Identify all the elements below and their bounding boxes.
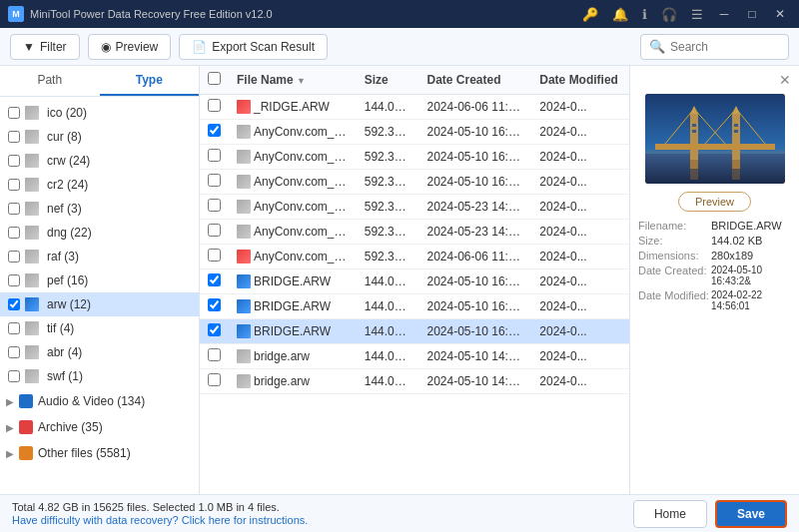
file-type-icon-8 <box>25 297 39 311</box>
file-type-item-2[interactable]: crw (24) <box>0 149 199 173</box>
file-type-label-1: cur (8) <box>47 130 82 144</box>
file-type-checkbox-5[interactable] <box>8 227 20 239</box>
row-checkbox-0[interactable] <box>208 99 221 112</box>
tab-path[interactable]: Path <box>0 66 100 96</box>
row-checkbox-4[interactable] <box>208 199 221 212</box>
preview-action-button[interactable]: Preview <box>678 192 751 212</box>
header-date-created[interactable]: Date Created <box>418 66 531 95</box>
table-row-3[interactable]: AnyConv.com__be... 592.38 KB 2024-05-10 … <box>200 170 629 195</box>
row-filename-4: AnyConv.com__be... <box>229 195 357 220</box>
file-type-item-0[interactable]: ico (20) <box>0 101 199 125</box>
file-type-item-11[interactable]: swf (1) <box>0 364 199 388</box>
menu-icon[interactable]: ☰ <box>687 5 707 24</box>
table-row-1[interactable]: AnyConv.com__be... 592.38 KB 2024-05-10 … <box>200 120 629 145</box>
row-checkbox-6[interactable] <box>208 249 221 262</box>
file-type-item-10[interactable]: abr (4) <box>0 340 199 364</box>
table-row-0[interactable]: _RIDGE.ARW 144.02 KB 2024-06-06 11:49:10… <box>200 95 629 120</box>
file-type-item-6[interactable]: raf (3) <box>0 245 199 268</box>
folder-item-1[interactable]: ▶ Archive (35) <box>0 414 199 440</box>
svg-rect-11 <box>692 124 696 127</box>
file-type-item-1[interactable]: cur (8) <box>0 125 199 149</box>
preview-button[interactable]: ◉ Preview <box>88 34 172 60</box>
row-checkbox-7[interactable] <box>208 273 221 286</box>
table-row-6[interactable]: AnyConv.com__be... 592.38 KB 2024-06-06 … <box>200 245 629 269</box>
row-file-icon-9 <box>237 324 251 338</box>
row-checkbox-8[interactable] <box>208 298 221 311</box>
home-button[interactable]: Home <box>633 500 707 528</box>
row-checkbox-11[interactable] <box>208 373 221 386</box>
file-type-checkbox-0[interactable] <box>8 107 20 119</box>
file-type-item-3[interactable]: cr2 (24) <box>0 173 199 197</box>
help-link[interactable]: Have difficulty with data recovery? Clic… <box>12 514 308 526</box>
file-table-scroll[interactable]: File Name ▼ Size Date Created Date Modif… <box>200 66 629 494</box>
status-total-text: Total 4.82 GB in 15625 files. Selected 1… <box>12 501 308 513</box>
file-type-checkbox-9[interactable] <box>8 322 20 334</box>
file-type-label-10: abr (4) <box>47 345 82 359</box>
folder-item-0[interactable]: ▶ Audio & Video (134) <box>0 388 199 414</box>
row-filename-3: AnyConv.com__be... <box>229 170 357 195</box>
row-date-modified-10: 2024-0... <box>531 344 629 369</box>
row-size-11: 144.02 KB <box>357 369 419 394</box>
file-type-label-8: arw (12) <box>47 297 91 311</box>
status-bar: Total 4.82 GB in 15625 files. Selected 1… <box>0 494 799 532</box>
table-row-10[interactable]: bridge.arw 144.02 KB 2024-05-10 14:56:..… <box>200 344 629 369</box>
row-size-10: 144.02 KB <box>357 344 419 369</box>
file-type-item-4[interactable]: nef (3) <box>0 197 199 221</box>
file-type-checkbox-2[interactable] <box>8 155 20 167</box>
header-size[interactable]: Size <box>357 66 419 95</box>
file-type-item-5[interactable]: dng (22) <box>0 221 199 245</box>
maximize-button[interactable]: □ <box>741 3 763 25</box>
table-row-11[interactable]: bridge.arw 144.02 KB 2024-05-10 14:57:..… <box>200 369 629 394</box>
file-type-checkbox-1[interactable] <box>8 131 20 143</box>
file-type-checkbox-4[interactable] <box>8 203 20 215</box>
filter-button[interactable]: ▼ Filter <box>10 34 80 60</box>
row-checkbox-3[interactable] <box>208 174 221 187</box>
table-row-7[interactable]: BRIDGE.ARW 144.02 KB 2024-05-10 16:43:..… <box>200 269 629 294</box>
row-checkbox-9[interactable] <box>208 323 221 336</box>
row-checkbox-1[interactable] <box>208 124 221 137</box>
table-row-4[interactable]: AnyConv.com__be... 592.38 KB 2024-05-23 … <box>200 195 629 220</box>
header-date-modified[interactable]: Date Modified <box>531 66 629 95</box>
file-type-checkbox-11[interactable] <box>8 370 20 382</box>
folder-label-1: Archive (35) <box>38 420 103 434</box>
close-panel-icon[interactable]: ✕ <box>779 72 791 88</box>
info-icon[interactable]: ℹ <box>638 5 651 24</box>
key-icon[interactable]: 🔑 <box>578 5 602 24</box>
close-button[interactable]: ✕ <box>769 3 791 25</box>
table-row-2[interactable]: AnyConv.com__be... 592.38 KB 2024-05-10 … <box>200 145 629 170</box>
select-all-checkbox[interactable] <box>208 72 221 85</box>
minimize-button[interactable]: ─ <box>713 3 735 25</box>
row-checkbox-2[interactable] <box>208 149 221 162</box>
table-row-5[interactable]: AnyConv.com__be... 592.38 KB 2024-05-23 … <box>200 220 629 245</box>
dimensions-label: Dimensions: <box>638 250 708 262</box>
file-type-item-9[interactable]: tif (4) <box>0 316 199 340</box>
row-checkbox-10[interactable] <box>208 348 221 361</box>
file-type-checkbox-3[interactable] <box>8 179 20 191</box>
file-type-icon-6 <box>25 250 39 264</box>
file-type-label-11: swf (1) <box>47 369 83 383</box>
file-type-checkbox-10[interactable] <box>8 346 20 358</box>
row-date-created-7: 2024-05-10 16:43:... <box>418 269 531 294</box>
export-button[interactable]: 📄 Export Scan Result <box>179 34 328 60</box>
table-row-9[interactable]: BRIDGE.ARW 144.02 KB 2024-05-10 16:43:..… <box>200 319 629 344</box>
search-input[interactable] <box>670 40 780 54</box>
tab-type[interactable]: Type <box>100 66 200 96</box>
file-type-checkbox-8[interactable] <box>8 298 20 310</box>
preview-label: Preview <box>116 40 159 54</box>
save-button[interactable]: Save <box>715 500 787 528</box>
file-type-item-7[interactable]: pef (16) <box>0 268 199 292</box>
folder-item-2[interactable]: ▶ Other files (5581) <box>0 440 199 466</box>
headset-icon[interactable]: 🎧 <box>657 5 681 24</box>
row-checkbox-5[interactable] <box>208 224 221 237</box>
file-type-checkbox-7[interactable] <box>8 274 20 286</box>
file-type-list: ico (20) cur (8) crw (24) cr2 (24) nef (… <box>0 97 199 494</box>
row-filename-7: BRIDGE.ARW <box>229 269 357 294</box>
folder-label-0: Audio & Video (134) <box>38 394 145 408</box>
file-type-checkbox-6[interactable] <box>8 251 20 263</box>
file-type-item-8[interactable]: arw (12) <box>0 292 199 316</box>
folder-icon-0 <box>19 394 33 408</box>
bell-icon[interactable]: 🔔 <box>608 5 632 24</box>
table-row-8[interactable]: BRIDGE.ARW 144.02 KB 2024-05-10 16:43:..… <box>200 294 629 319</box>
export-icon: 📄 <box>192 40 207 54</box>
header-filename[interactable]: File Name ▼ <box>229 66 357 95</box>
